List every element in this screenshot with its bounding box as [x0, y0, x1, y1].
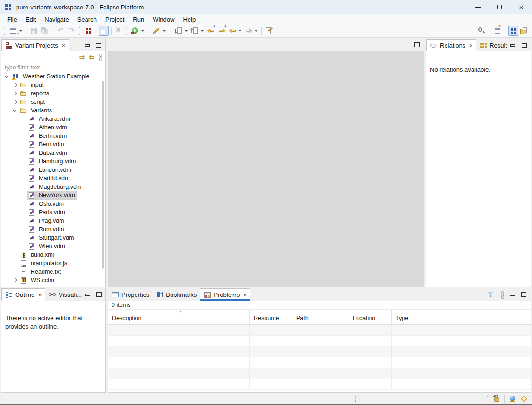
save-icon[interactable]	[29, 26, 39, 36]
filter-input[interactable]	[1, 64, 105, 71]
close-icon[interactable]: ×	[38, 292, 42, 298]
column-header-path[interactable]: Path	[292, 310, 349, 324]
tree-item-dubai-vdm[interactable]: Dubai.vdm	[1, 149, 105, 157]
pure-variants-grid-icon[interactable]	[84, 26, 94, 36]
tree-item-variants[interactable]: Variants	[1, 106, 105, 115]
maximize-view-icon[interactable]	[521, 292, 526, 297]
delete-icon[interactable]	[114, 26, 124, 36]
toolbar-drag-handle[interactable]	[148, 27, 150, 35]
chevron-collapsed-icon[interactable]	[11, 81, 19, 89]
crystal-ball-icon[interactable]	[508, 395, 516, 403]
tree-item-berlin-vdm[interactable]: Berlin.vdm	[1, 132, 105, 140]
minimize-view-icon[interactable]	[510, 294, 515, 296]
window-maximize-button[interactable]	[489, 0, 510, 14]
statusbar-drag-handle[interactable]	[487, 396, 489, 402]
tree-item-input[interactable]: input	[1, 81, 105, 89]
new-dropdown-icon[interactable]	[19, 30, 22, 32]
transform-dropdown-icon[interactable]	[141, 30, 144, 32]
window-minimize-button[interactable]	[467, 0, 489, 14]
tab-result[interactable]: Result	[476, 39, 510, 51]
close-icon[interactable]: ×	[62, 43, 65, 49]
tree-item-oslo-vdm[interactable]: Oslo.vdm	[1, 200, 105, 208]
menu-item-help[interactable]: Help	[179, 15, 200, 24]
diamond-icon[interactable]	[520, 395, 528, 403]
menu-item-search[interactable]: Search	[73, 15, 101, 24]
close-icon[interactable]: ×	[469, 43, 472, 49]
toolbar-drag-handle[interactable]	[489, 27, 491, 35]
tree-item-manipulator-js[interactable]: manipulator.js	[1, 259, 105, 268]
undo-icon[interactable]	[56, 26, 66, 36]
toolbar-drag-handle[interactable]	[52, 27, 54, 35]
statusbar-drag-handle[interactable]	[355, 396, 356, 397]
tab-outline[interactable]: Outline ×	[1, 288, 45, 301]
tools-dropdown-icon[interactable]	[163, 30, 166, 32]
menu-item-file[interactable]: File	[3, 15, 21, 24]
chevron-expanded-icon[interactable]	[11, 106, 19, 115]
tree-item-build-xml[interactable]: build.xml	[1, 251, 105, 259]
tools-pencil-icon[interactable]	[152, 26, 162, 36]
tree-item-magdeburg-vdm[interactable]: Magdeburg.vdm	[1, 183, 105, 191]
forward-icon[interactable]	[244, 26, 254, 36]
minimize-view-icon[interactable]	[510, 44, 515, 47]
search-icon[interactable]	[477, 26, 487, 36]
tree-item-paris-vdm[interactable]: Paris.vdm	[1, 208, 105, 217]
tree-item-rom-vdm[interactable]: Rom.vdm	[1, 225, 105, 234]
view-menu-icon[interactable]	[99, 54, 102, 60]
new-wizard-icon[interactable]	[9, 26, 18, 36]
menu-item-window[interactable]: Window	[148, 15, 179, 24]
tree-item-script[interactable]: script	[1, 98, 105, 106]
tree-item-newyork-vdm[interactable]: NewYork.vdm	[1, 191, 105, 200]
tree-item-madrid-vdm[interactable]: Madrid.vdm	[1, 174, 105, 183]
close-icon[interactable]: ×	[243, 292, 247, 298]
forward-dropdown-icon[interactable]	[255, 30, 257, 32]
chevron-expanded-icon[interactable]	[3, 72, 11, 81]
tree-item-readme-txt[interactable]: Readme.txt	[1, 268, 105, 276]
pure-variants-perspective-icon[interactable]	[508, 26, 518, 36]
toolbar-drag-handle[interactable]	[126, 27, 128, 35]
synchronize-icon[interactable]: ⇆	[89, 54, 94, 60]
export-dropdown-icon[interactable]	[201, 30, 204, 32]
chevron-collapsed-icon[interactable]	[11, 98, 19, 106]
tree-item-prag-vdm[interactable]: Prag.vdm	[1, 217, 105, 225]
maximize-view-icon[interactable]	[414, 42, 420, 47]
resource-perspective-icon[interactable]	[519, 26, 529, 36]
tab-relations[interactable]: Relations ×	[426, 39, 476, 51]
minimize-view-icon[interactable]	[85, 294, 90, 296]
chevron-collapsed-icon[interactable]	[11, 276, 19, 285]
open-perspective-icon[interactable]	[493, 26, 503, 36]
tab-visualization[interactable]: Visuali...	[45, 288, 85, 301]
tree-item-ankara-vdm[interactable]: Ankara.vdm	[1, 115, 105, 123]
tree-item-bern-vdm[interactable]: Bern.vdm	[1, 140, 105, 149]
toolbar-drag-handle[interactable]	[79, 27, 81, 35]
maximize-view-icon[interactable]	[522, 43, 527, 48]
maximize-view-icon[interactable]	[96, 43, 101, 48]
import-dropdown-icon[interactable]	[185, 30, 188, 32]
redo-icon[interactable]	[67, 26, 77, 36]
tab-variant-projects[interactable]: Variant Projects ×	[1, 39, 69, 51]
tree-item-wien-vdm[interactable]: Wien.vdm	[1, 242, 105, 251]
import-icon[interactable]	[174, 26, 184, 36]
tree-item-item[interactable]	[1, 285, 105, 287]
tree-item-stuttgart-vdm[interactable]: Stuttgart.vdm	[1, 234, 105, 242]
tree-item-ws-ccfm[interactable]: WS.ccfm	[1, 276, 105, 285]
chevron-collapsed-icon[interactable]	[11, 89, 19, 98]
column-header-location[interactable]: Location	[349, 310, 392, 324]
tree-item-london-vdm[interactable]: London.vdm	[1, 166, 105, 174]
tree-item-weather-station-example[interactable]: Weather Station Example	[1, 72, 105, 81]
window-close-button[interactable]: ×	[510, 0, 532, 14]
minimize-view-icon[interactable]	[85, 44, 90, 47]
tree-scrollbar[interactable]	[102, 81, 104, 269]
column-header-resource[interactable]: Resource	[250, 310, 292, 324]
tree-item-athen-vdm[interactable]: Athen.vdm	[1, 123, 105, 132]
back-annotated-icon[interactable]	[206, 26, 216, 36]
back-icon[interactable]	[228, 26, 238, 36]
toolbar-drag-handle[interactable]	[4, 27, 6, 35]
minimize-view-icon[interactable]	[403, 44, 408, 46]
models-toggle-icon[interactable]	[99, 26, 109, 36]
maximize-view-icon[interactable]	[96, 292, 102, 297]
menu-item-project[interactable]: Project	[101, 15, 129, 24]
filter-icon[interactable]	[487, 291, 495, 298]
view-menu-icon[interactable]	[501, 291, 504, 298]
tree-item-reports[interactable]: reports	[1, 89, 105, 98]
forward-annotated-icon[interactable]	[217, 26, 227, 36]
